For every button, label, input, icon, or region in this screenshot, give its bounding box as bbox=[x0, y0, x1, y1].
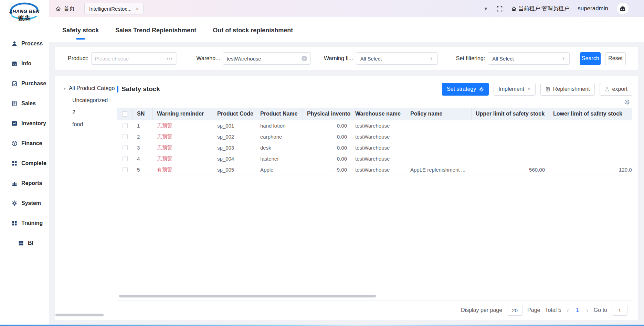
next-page-icon[interactable]: › bbox=[585, 307, 589, 314]
tree-root-all-categories[interactable]: ▼ All Product Catego bbox=[63, 85, 117, 91]
tree-item-food[interactable]: food bbox=[72, 121, 117, 128]
avatar-image bbox=[619, 4, 627, 13]
sidebar-item-finance[interactable]: Finance bbox=[0, 133, 49, 153]
tree-item-2[interactable]: 2 bbox=[72, 109, 117, 116]
row-checkbox[interactable] bbox=[123, 167, 128, 172]
set-strategy-button[interactable]: Set strategy bbox=[442, 83, 489, 96]
sidebar-item-label: Purchase bbox=[21, 80, 46, 87]
open-tab-intelligent-restock[interactable]: IntelligentRestoc... × bbox=[84, 3, 144, 14]
column-settings-gear-icon[interactable] bbox=[624, 99, 630, 105]
reset-button[interactable]: Reset bbox=[605, 52, 626, 65]
cell-inventory: 0.00 bbox=[303, 153, 351, 164]
column-header-policy: Policy name bbox=[406, 108, 472, 120]
table-row[interactable]: 4 无预警 sp_004 fastener 0.00 testWarehouse bbox=[117, 153, 632, 164]
implement-button[interactable]: Implement ▼ bbox=[494, 83, 536, 96]
sidebar-item-sales[interactable]: Sales bbox=[0, 94, 49, 113]
cell-warning: 无预警 bbox=[153, 131, 213, 142]
column-header-warning: Warning reminder bbox=[153, 108, 213, 120]
sidebar-item-training[interactable]: Training bbox=[0, 213, 49, 233]
sidebar-item-system[interactable]: System bbox=[0, 193, 49, 213]
avatar[interactable] bbox=[616, 2, 629, 15]
breadcrumb-home[interactable]: 首页 bbox=[55, 5, 75, 12]
table-horizontal-scrollbar[interactable] bbox=[119, 295, 630, 297]
product-picker[interactable]: ••• bbox=[91, 52, 177, 65]
brand-name-cjk: 账犇 bbox=[18, 14, 31, 22]
sidebar-item-process[interactable]: Process bbox=[0, 34, 49, 54]
topbar-right: ▼ 当前租户:管理员租户 superadmin bbox=[484, 2, 629, 15]
scrollbar-thumb[interactable] bbox=[119, 295, 376, 297]
per-page-input[interactable] bbox=[507, 305, 522, 316]
cell-code: sp_004 bbox=[213, 153, 256, 164]
select-all-checkbox[interactable] bbox=[122, 111, 127, 117]
sidebar-item-label: Inventory bbox=[21, 120, 46, 127]
main-area: 首页 IntelligentRestoc... × ▼ 当前租户:管理员租户 s… bbox=[49, 0, 644, 326]
table-row[interactable]: 3 无预警 sp_003 desk 0.00 testWarehouse bbox=[117, 142, 632, 153]
export-button[interactable]: export bbox=[600, 83, 632, 96]
cell-sn: 2 bbox=[133, 131, 153, 142]
home-icon bbox=[511, 6, 517, 11]
column-header-sn: SN bbox=[133, 108, 153, 120]
ellipsis-icon[interactable]: ••• bbox=[167, 56, 173, 62]
sidebar-item-bi[interactable]: BI bbox=[0, 233, 49, 253]
sidebar-nav: Process Info Purchase Sales bbox=[0, 34, 49, 253]
fullscreen-icon[interactable] bbox=[496, 6, 503, 12]
grid-icon bbox=[11, 160, 18, 166]
tree-item-uncategorized[interactable]: Uncategorized bbox=[72, 97, 117, 104]
product-label: Product: bbox=[68, 55, 88, 62]
replenishment-button[interactable]: Replenishment bbox=[540, 83, 595, 96]
sidebar-item-inventory[interactable]: Inventory bbox=[0, 113, 49, 133]
sidebar-item-complete[interactable]: Complete bbox=[0, 153, 49, 173]
chevron-down-icon: ▼ bbox=[527, 87, 531, 91]
tab-sales-trend-replenishment[interactable]: Sales Trend Replenishment bbox=[115, 27, 197, 42]
table-row[interactable]: 1 无预警 sp_001 hand lotion 0.00 testWareho… bbox=[117, 120, 632, 131]
search-button[interactable]: Search bbox=[580, 52, 601, 65]
warning-filter-select[interactable]: All Select ▼ bbox=[356, 52, 438, 65]
sidebar-item-reports[interactable]: Reports bbox=[0, 173, 49, 193]
row-checkbox[interactable] bbox=[123, 123, 128, 128]
tab-safety-stock[interactable]: Safety stock bbox=[62, 27, 99, 42]
close-icon[interactable]: × bbox=[136, 6, 139, 12]
table-row[interactable]: 5 有预警 sp_005 Apple -9.00 testWarehouse A… bbox=[117, 164, 632, 175]
app-logo[interactable]: ZHANG BEN 账犇 bbox=[0, 0, 49, 28]
set-filtering-select[interactable]: All Select ▼ bbox=[488, 52, 570, 65]
caret-down-icon[interactable]: ▼ bbox=[63, 87, 66, 90]
tab-out-of-stock-replenishment[interactable]: Out of stock replenishment bbox=[212, 27, 294, 42]
sidebar-item-purchase[interactable]: Purchase bbox=[0, 74, 49, 94]
cell-name: earphone bbox=[256, 131, 303, 142]
tree-horizontal-scrollbar-thumb[interactable] bbox=[55, 314, 104, 316]
row-checkbox[interactable] bbox=[123, 134, 128, 139]
topbar: 首页 IntelligentRestoc... × ▼ 当前租户:管理员租户 s… bbox=[49, 0, 644, 17]
warehouse-picker[interactable]: ✕ bbox=[223, 52, 311, 65]
row-checkbox[interactable] bbox=[123, 156, 128, 161]
goto-page-input[interactable] bbox=[612, 305, 627, 316]
cell-sn: 5 bbox=[133, 164, 153, 175]
brand-name: ZHANG BEN bbox=[9, 9, 40, 14]
cell-inventory: -9.00 bbox=[303, 164, 351, 175]
module-tabs: Safety stock Sales Trend Replenishment O… bbox=[49, 17, 644, 42]
sidebar-item-label: BI bbox=[28, 240, 33, 246]
cell-warehouse: testWarehouse bbox=[351, 164, 406, 175]
display-per-page-label: Display per page bbox=[461, 307, 502, 313]
table-row[interactable]: 2 无预警 sp_002 earphone 0.00 testWarehouse bbox=[117, 131, 632, 142]
sidebar-item-label: System bbox=[21, 200, 41, 206]
prev-page-icon[interactable]: ‹ bbox=[566, 307, 570, 314]
current-tenant[interactable]: 当前租户:管理员租户 bbox=[511, 5, 569, 12]
table-empty-space bbox=[117, 175, 632, 295]
current-page[interactable]: 1 bbox=[574, 307, 580, 313]
grid-icon bbox=[11, 220, 18, 226]
chevron-down-icon[interactable]: ▼ bbox=[484, 6, 488, 11]
product-input[interactable] bbox=[95, 56, 167, 62]
gear-icon bbox=[479, 87, 484, 92]
sidebar-item-label: Process bbox=[21, 41, 43, 47]
cell-warning: 无预警 bbox=[153, 120, 213, 131]
clear-icon[interactable]: ✕ bbox=[302, 56, 307, 61]
sidebar-item-info[interactable]: Info bbox=[0, 54, 49, 74]
row-checkbox[interactable] bbox=[123, 145, 128, 150]
sidebar-item-label: Finance bbox=[21, 140, 42, 146]
cell-sn: 4 bbox=[133, 153, 153, 164]
warehouse-input[interactable] bbox=[226, 56, 302, 62]
cell-warehouse: testWarehouse bbox=[351, 153, 406, 164]
panel-title-text: Safety stock bbox=[122, 85, 160, 93]
cell-name: hand lotion bbox=[256, 120, 303, 131]
warehouse-label: Wareho... bbox=[197, 55, 220, 62]
